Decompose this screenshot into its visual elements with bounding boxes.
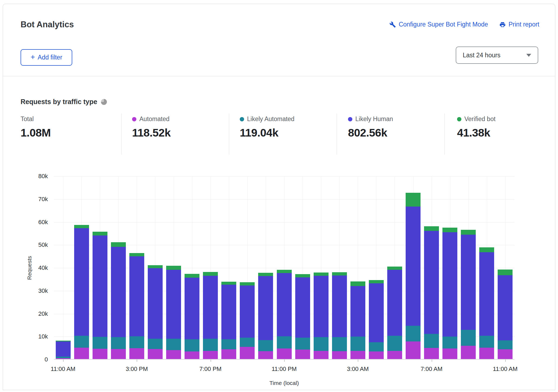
bar-segment-verified-bot [461,230,476,235]
stat-likely-human-label: Likely Human [355,115,393,123]
stat-automated: Automated 118.52k [132,115,170,139]
time-range-select[interactable]: Last 24 hours [456,46,538,64]
bar-segment-likely-automated [332,337,347,351]
print-report-link[interactable]: Print report [499,21,539,28]
bar-segment-likely-automated [166,339,181,350]
stat-divider [444,114,445,155]
bar-segment-verified-bot [350,281,365,286]
bar-hour-16 [350,281,365,359]
bar-segment-likely-automated [240,338,255,347]
bar-segment-automated [56,358,71,359]
x-tick-label: 11:00 PM [272,366,297,373]
bar-hour-11 [258,273,273,359]
bar-segment-likely-human [221,285,236,340]
bar-segment-automated [129,348,144,359]
bar-segment-likely-human [295,277,310,338]
bar-hour-7 [185,274,199,359]
bar-segment-likely-human [350,286,365,337]
bar-segment-likely-automated [74,336,89,348]
time-range-value: Last 24 hours [463,52,500,59]
bar-segment-likely-automated [350,337,365,351]
bar-segment-verified-bot [442,228,457,232]
bar-segment-likely-human [461,235,476,330]
x-tick-mark [284,360,285,362]
bar-segment-likely-human [56,341,71,357]
bar-segment-likely-human [498,275,513,340]
printer-icon [499,21,506,28]
plus-icon: + [31,53,35,61]
configure-super-bot-fight-mode-link[interactable]: Configure Super Bot Fight Mode [389,21,488,28]
bar-segment-likely-human [332,275,347,337]
bar-hour-0 [56,341,71,359]
stat-automated-value: 118.52k [132,127,170,139]
bar-segment-automated [461,346,476,359]
bar-segment-likely-automated [424,334,439,348]
header-links: Configure Super Bot Fight Mode Print rep… [389,21,539,28]
bar-hour-17 [369,280,384,359]
header-divider [3,76,555,76]
bar-hour-6 [166,266,181,359]
bar-segment-automated [148,349,163,359]
x-tick-mark [137,360,137,362]
bar-segment-likely-automated [93,337,107,349]
stat-likely-human-value: 802.56k [348,127,393,139]
bar-segment-automated [406,341,421,359]
bar-segment-likely-automated [442,337,457,348]
bar-segment-verified-bot [93,232,107,235]
legend-dot-likely-human [348,117,352,121]
bar-segment-automated [258,351,273,359]
bar-hour-18 [387,267,402,359]
bar-segment-automated [240,347,255,359]
add-filter-button[interactable]: + Add filter [21,49,72,66]
gridline-vertical [63,176,63,359]
bar-segment-likely-human [166,270,181,338]
y-tick-label: 40k [24,264,48,271]
bar-hour-4 [129,253,144,359]
bar-segment-verified-bot [129,253,144,257]
chevron-down-icon [526,54,531,57]
y-tick-label: 10k [24,333,48,340]
bar-segment-likely-automated [387,336,402,351]
stat-likely-automated-label: Likely Automated [247,115,294,123]
bar-segment-automated [93,349,107,359]
y-tick-label: 0 [24,356,48,363]
page-title: Bot Analytics [21,20,74,29]
bar-segment-likely-human [148,268,163,339]
bar-segment-automated [369,351,384,359]
bar-hour-23 [479,247,494,359]
bar-segment-automated [314,351,329,359]
bar-segment-automated [111,349,126,359]
bar-hour-9 [221,282,236,359]
bar-segment-verified-bot [387,267,402,270]
bar-segment-likely-human [111,247,126,337]
bar-hour-1 [74,225,89,359]
bar-segment-verified-bot [479,247,494,252]
stat-verified-bot-value: 41.38k [457,127,495,139]
bar-hour-21 [442,228,457,359]
legend-dot-verified-bot [457,117,461,121]
wrench-icon [389,21,396,28]
bar-hour-24 [498,270,513,359]
bar-segment-likely-human [203,276,218,338]
stat-total-label: Total [21,115,34,123]
x-tick-label: 11:00 AM [51,366,75,373]
stat-total-value: 1.08M [21,127,51,139]
bar-segment-likely-automated [369,342,384,351]
stat-likely-automated: Likely Automated 119.04k [240,115,294,139]
bar-segment-likely-human [93,235,107,337]
bar-segment-automated [185,351,199,359]
bar-segment-likely-automated [129,336,144,348]
bar-segment-likely-human [424,231,439,334]
bar-hour-2 [93,232,107,359]
x-tick-mark [505,360,506,362]
print-link-label: Print report [508,21,539,28]
bar-segment-likely-automated [203,339,218,351]
stat-total: Total 1.08M [21,115,51,139]
bar-segment-likely-automated [111,337,126,349]
bar-segment-likely-human [277,273,292,336]
stat-automated-label: Automated [139,115,169,123]
x-tick-mark [358,360,358,362]
bar-segment-likely-automated [185,339,199,351]
bar-segment-verified-bot [258,273,273,276]
bar-segment-likely-automated [258,340,273,351]
